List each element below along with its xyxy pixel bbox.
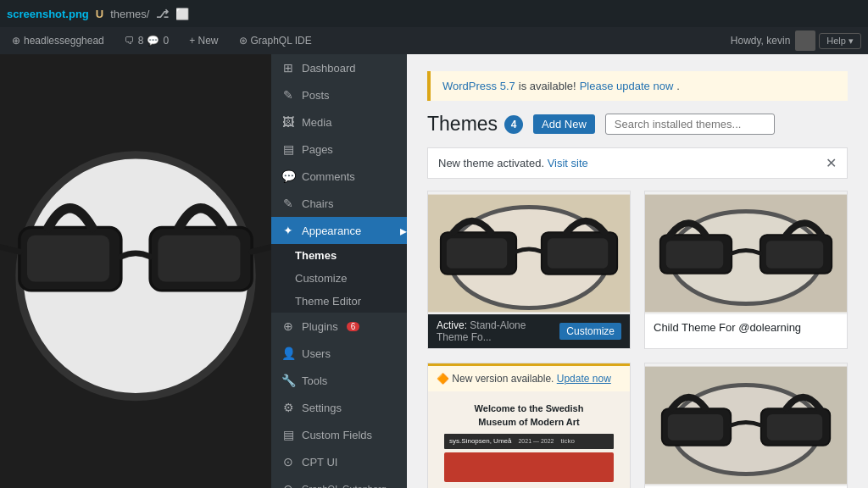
close-notice-button[interactable]: ✕ <box>826 155 837 171</box>
visit-site-link[interactable]: Visit site <box>548 157 588 169</box>
sidebar-item-posts[interactable]: ✎ Posts <box>271 81 407 108</box>
theme-card-twenty-twenty-child: Twenty Twenty Child Theme <box>644 363 848 488</box>
main-layout: ⊞ Dashboard ✎ Posts 🖼 Media ▤ Pages 💬 Co… <box>0 54 868 488</box>
activated-text: New theme activated. Visit site <box>438 157 588 169</box>
git-icon: ⎇ <box>156 8 169 20</box>
sidebar-item-cpt-ui[interactable]: ⊙ CPT UI <box>271 448 407 475</box>
wp-version-link[interactable]: WordPress 5.7 <box>442 80 515 92</box>
submenu-customize[interactable]: Customize <box>271 267 407 290</box>
sidebar-item-chairs[interactable]: ✎ Chairs <box>271 190 407 217</box>
update-text: is available! <box>519 80 576 92</box>
plugins-icon: ⊕ <box>281 319 295 333</box>
themes-page-title: Themes 4 <box>427 113 523 136</box>
cpt-ui-label: CPT UI <box>302 456 337 469</box>
graphql-gutenberg-label: GraphQL Gutenberg <box>302 484 387 488</box>
add-new-button[interactable]: Add New <box>533 114 595 134</box>
help-button[interactable]: Help ▾ <box>819 33 861 49</box>
svg-rect-6 <box>158 236 240 282</box>
graphql-label: GraphQL IDE <box>251 35 312 47</box>
search-themes-input[interactable] <box>605 114 775 135</box>
avatar <box>795 30 815 51</box>
sidebar-item-users[interactable]: 👤 Users <box>271 340 407 367</box>
pages-icon: ▤ <box>281 142 295 156</box>
path: themes/ <box>110 8 149 20</box>
tools-icon: 🔧 <box>281 374 295 387</box>
svg-rect-17 <box>666 241 723 269</box>
sidebar-item-media[interactable]: 🖼 Media <box>271 108 407 136</box>
activated-notice: New theme activated. Visit site ✕ <box>427 147 848 179</box>
chairs-label: Chairs <box>302 197 334 210</box>
update-dot: . <box>676 80 680 92</box>
sidebar-item-tools[interactable]: 🔧 Tools <box>271 367 407 394</box>
cpt-ui-icon: ⊙ <box>281 455 295 469</box>
file-info: screenshot.png U themes/ ⎇ ⬜ <box>7 8 189 20</box>
graphql-icon: ⊛ <box>239 35 248 47</box>
sidebar-item-plugins[interactable]: ⊕ Plugins 6 <box>271 313 407 340</box>
modifier: U <box>96 8 103 20</box>
users-label: Users <box>302 347 331 360</box>
admin-bar-comments[interactable]: 🗨 8 💬 0 <box>120 27 174 54</box>
custom-fields-icon: ▤ <box>281 428 295 441</box>
layout-icon[interactable]: ⬜ <box>175 8 189 20</box>
sidebar-item-pages[interactable]: ▤ Pages <box>271 136 407 163</box>
site-name: headlessegghead <box>24 35 104 47</box>
admin-bar-graphql[interactable]: ⊛ GraphQL IDE <box>234 27 317 54</box>
nav-item-1: sys.Sinopsen, Umeå <box>449 437 511 445</box>
users-icon: 👤 <box>281 347 295 360</box>
active-theme-bar: Active: Stand-Alone Theme Fo... Customiz… <box>428 314 630 348</box>
update-available-text: New version available. <box>452 373 556 385</box>
svg-rect-23 <box>668 414 723 441</box>
custom-fields-text: Custom Fields <box>302 429 372 441</box>
customize-button[interactable]: Customize <box>559 323 621 340</box>
svg-rect-18 <box>766 241 823 269</box>
sidebar-item-graphql-gutenberg[interactable]: ⊙ GraphQL Gutenberg <box>271 475 407 488</box>
plugins-badge: 6 <box>347 322 360 331</box>
nav-item-3: ticko <box>561 437 575 445</box>
comments-label: Comments <box>302 170 355 183</box>
themes-count-badge: 4 <box>504 115 523 134</box>
submenu-theme-editor[interactable]: Theme Editor <box>271 290 407 313</box>
posts-label: Posts <box>302 89 330 102</box>
new-label: + New <box>189 35 218 47</box>
sidebar-item-appearance[interactable]: ✦ Appearance ▸ <box>271 217 407 244</box>
vscode-content <box>0 54 271 488</box>
submenu-themes[interactable]: Themes <box>271 244 407 267</box>
comment-bubble-icon: 🗨 <box>125 35 135 47</box>
svg-rect-11 <box>447 238 507 269</box>
update-now-theme-link[interactable]: Update now <box>557 373 611 385</box>
museum-red-bar <box>444 452 614 482</box>
admin-bar-new[interactable]: + New <box>184 27 223 54</box>
sidebar-item-dashboard[interactable]: ⊞ Dashboard <box>271 54 407 81</box>
media-icon: 🖼 <box>281 115 295 129</box>
svg-rect-12 <box>548 238 608 269</box>
update-orange-dot: 🔶 <box>437 373 449 385</box>
theme-editor-submenu-label: Theme Editor <box>295 295 361 308</box>
filename: screenshot.png <box>7 8 89 20</box>
twenty-twenty-child-thumbnail <box>645 363 847 486</box>
child-theme-thumbnail <box>645 191 847 314</box>
admin-bar-site[interactable]: ⊕ headlessegghead <box>7 27 109 54</box>
howdy-text: Howdy, kevin <box>731 30 815 51</box>
nav-item-2: 2021 — 2022 <box>518 438 554 444</box>
sidebar-item-settings[interactable]: ⚙ Settings <box>271 394 407 421</box>
dashboard-icon: ⊞ <box>281 61 295 75</box>
appearance-icon: ✦ <box>281 224 295 237</box>
themes-header: Themes 4 Add New <box>427 113 848 136</box>
comment-zero-icon: 💬 <box>147 35 159 47</box>
museum-title: Welcome to the SwedishMuseum of Modern A… <box>435 402 623 429</box>
svg-line-3 <box>0 247 19 252</box>
glasses-illustration <box>0 54 271 488</box>
settings-icon: ⚙ <box>281 401 295 414</box>
child-theme-name: Child Theme For @dolearning <box>654 321 801 334</box>
update-now-link[interactable]: Please update now <box>580 80 674 92</box>
comments-count: 8 <box>138 35 144 47</box>
appearance-submenu: Themes Customize Theme Editor <box>271 244 407 313</box>
appearance-arrow: ▸ <box>400 223 407 239</box>
sidebar-item-comments[interactable]: 💬 Comments <box>271 163 407 190</box>
sidebar-item-custom-fields[interactable]: ▤ Custom Fields <box>271 421 407 448</box>
tools-label: Tools <box>302 374 327 387</box>
settings-label: Settings <box>302 402 342 414</box>
plugins-label: Plugins <box>302 320 338 333</box>
themes-submenu-label: Themes <box>295 249 337 262</box>
active-theme-label: Active: Stand-Alone Theme Fo... <box>437 319 559 343</box>
